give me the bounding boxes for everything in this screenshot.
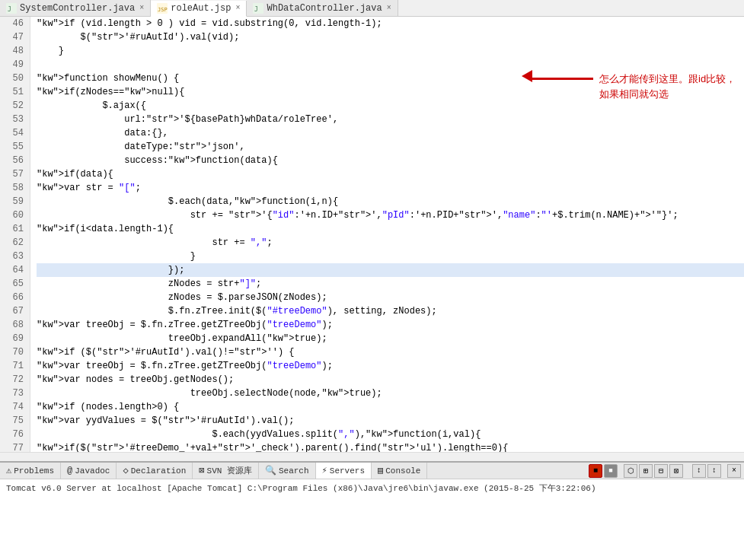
tab-servers[interactable]: ⚡ Servers [316,463,372,479]
separator2 [685,464,691,478]
line-number: 74 [3,400,24,414]
line-number: 55 [3,140,24,154]
tab-servers-label: Servers [330,466,365,476]
code-line: "kw">if(i<data.length-1){ [37,222,744,236]
code-line: "kw">if ($("str">'#ruAutId').val()!="str… [37,345,744,359]
console-icon: ▤ [378,465,383,476]
code-line: $.each(data,"kw">function(i,n){ [37,195,744,208]
toolbar-btn-7[interactable]: × [727,464,741,478]
declaration-icon: ◇ [123,465,128,476]
tab-javadoc[interactable]: @ Javadoc [61,463,117,479]
svn-icon: ⊠ [199,465,204,476]
code-line: data:{}, [37,126,744,140]
tab-label: roleAut.jsp [171,3,231,14]
line-number: 59 [3,195,24,208]
stop-button[interactable]: ■ [589,464,602,478]
java-icon: J [6,3,17,14]
tab-wh-data-controller[interactable]: J WhDataController.java × [247,0,398,16]
line-number: 58 [3,181,24,195]
toolbar-btn-2[interactable]: ⊞ [639,464,653,478]
horizontal-scrollbar[interactable] [0,452,744,461]
toolbar-btn-6[interactable]: ↕ [707,464,721,478]
line-number: 63 [3,250,24,263]
toolbar-btn-1[interactable]: ⬡ [624,464,637,478]
line-numbers: 4647484950515253545556575859606162636465… [0,17,30,452]
code-line: "kw">if(data){ [37,167,744,181]
line-number: 49 [3,58,24,72]
tab-declaration-label: Declaration [131,466,187,476]
tab-close-icon[interactable]: × [235,4,240,12]
jsp-icon: JSP [157,3,168,14]
tab-console[interactable]: ▤ Console [372,463,427,479]
svg-text:JSP: JSP [158,7,168,13]
code-line: zNodes = $.parseJSON(zNodes); [37,291,744,304]
line-number: 65 [3,277,24,291]
code-line: }); [37,263,744,277]
tab-search[interactable]: 🔍 Search [259,463,316,479]
code-line: "kw">function showMenu() { [37,72,744,85]
separator [619,464,622,478]
line-number: 69 [3,332,24,345]
line-number: 48 [3,44,24,58]
line-number: 66 [3,291,24,304]
console-text: Tomcat v6.0 Server at localhost [Apache … [0,479,744,497]
code-line: str += ","; [37,236,744,250]
tab-problems-label: Problems [14,466,54,476]
tab-label: WhDataController.java [267,3,382,14]
line-number: 72 [3,373,24,387]
tab-problems[interactable]: ⚠ Problems [0,463,61,479]
tab-close-icon[interactable]: × [387,4,391,12]
tab-label: SystemController.java [20,3,135,14]
java-icon2: J [253,3,263,14]
line-number: 70 [3,345,24,359]
tab-system-controller[interactable]: J SystemController.java × [0,0,151,16]
toolbar-btn-5[interactable]: ↕ [692,464,706,478]
code-line: "kw">var treeObj = $.fn.zTree.getZTreeOb… [37,318,744,332]
code-line: treeObj.expandAll("kw">true); [37,332,744,345]
line-number: 76 [3,428,24,441]
tab-bar: J SystemController.java × JSP roleAut.js… [0,0,744,17]
svg-text:J: J [254,6,258,13]
code-content[interactable]: "kw">if (vid.length > 0 ) vid = vid.subs… [30,17,744,452]
javadoc-icon: @ [67,466,72,476]
toolbar-btn-3[interactable]: ⊟ [654,464,668,478]
line-number: 73 [3,387,24,400]
tab-svn[interactable]: ⊠ SVN 资源库 [193,463,259,479]
tab-console-label: Console [385,466,420,476]
disconnect-button[interactable]: ■ [604,464,618,478]
tab-close-icon[interactable]: × [139,4,144,12]
code-line: } [37,250,744,263]
line-number: 51 [3,85,24,99]
code-line: url:"str">'${basePath}whData/roleTree', [37,113,744,126]
code-line: "kw">if (nodes.length>0) { [37,400,744,414]
code-line: "kw">var nodes = treeObj.getNodes(); [37,373,744,387]
code-line: $.each(yydValues.split(","),"kw">functio… [37,428,744,441]
svg-text:J: J [8,6,11,13]
editor-area: 4647484950515253545556575859606162636465… [0,17,744,461]
tab-javadoc-label: Javadoc [75,466,110,476]
line-number: 64 [3,263,24,277]
code-line: $("str">'#ruAutId').val(vid); [37,30,744,44]
code-container: 4647484950515253545556575859606162636465… [0,17,744,452]
tab-declaration[interactable]: ◇ Declaration [117,463,193,479]
tab-role-aut-jsp[interactable]: JSP roleAut.jsp × [151,1,247,17]
line-number: 68 [3,318,24,332]
code-line: treeObj.selectNode(node,"kw">true); [37,387,744,400]
code-line: "kw">if(zNodes=="kw">null){ [37,85,744,99]
line-number: 60 [3,208,24,222]
code-line: "kw">if($("str">'#treeDemo_'+val+"str">'… [37,441,744,452]
separator3 [723,464,726,478]
line-number: 61 [3,222,24,236]
toolbar-btn-4[interactable]: ⊠ [669,464,683,478]
line-number: 50 [3,72,24,85]
line-number: 75 [3,414,24,428]
line-number: 67 [3,304,24,318]
code-line [37,58,744,72]
code-line: dateType:"str">'json', [37,140,744,154]
bottom-tabs: ⚠ Problems @ Javadoc ◇ Declaration ⊠ SVN… [0,463,744,479]
bottom-panel: ⚠ Problems @ Javadoc ◇ Declaration ⊠ SVN… [0,461,744,560]
code-line: $.fn.zTree.init($("#treeDemo"), setting,… [37,304,744,318]
tab-svn-label: SVN 资源库 [207,465,252,476]
line-number: 57 [3,167,24,181]
code-line: zNodes = str+"]"; [37,277,744,291]
